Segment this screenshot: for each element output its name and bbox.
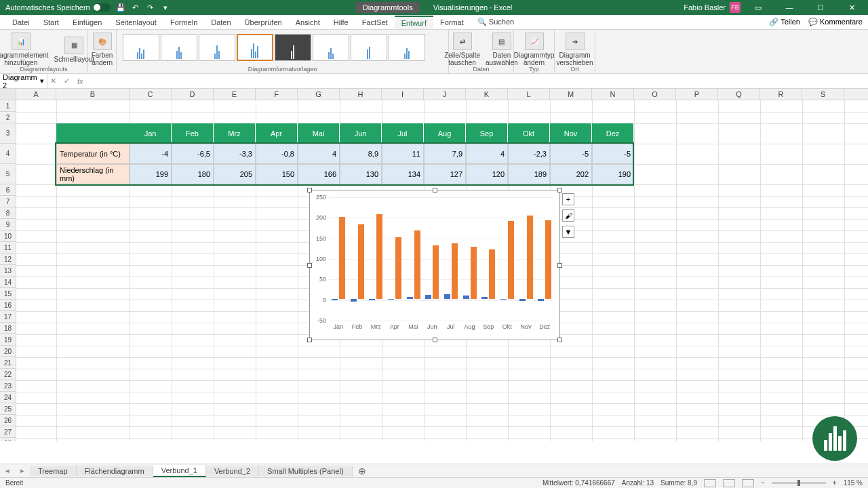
view-normal-button[interactable] <box>704 479 716 487</box>
col-header[interactable]: E <box>214 89 256 100</box>
table-header-cell[interactable]: Okt <box>508 123 550 144</box>
table-cell[interactable]: -5 <box>592 144 634 164</box>
resize-handle[interactable] <box>557 263 562 268</box>
table-header-cell[interactable]: Sep <box>466 123 508 144</box>
user-avatar[interactable]: FB <box>730 2 741 13</box>
table-cell[interactable]: -6,5 <box>172 144 214 164</box>
table-cell[interactable]: 120 <box>466 164 508 184</box>
col-header[interactable]: H <box>340 89 382 100</box>
zoom-level[interactable]: 115 % <box>844 479 863 487</box>
table-cell[interactable]: 189 <box>508 164 550 184</box>
row-header[interactable]: 25 <box>0 403 16 415</box>
table-cell[interactable]: 7,9 <box>424 144 466 164</box>
sheet-nav-prev[interactable]: ◂ <box>0 466 15 475</box>
chart-bar[interactable] <box>452 243 458 298</box>
row-header[interactable]: 1 <box>0 100 16 112</box>
row-header[interactable]: 3 <box>0 123 16 144</box>
row-header[interactable]: 20 <box>0 346 16 357</box>
table-header-cell[interactable]: Apr <box>256 123 298 144</box>
table-cell[interactable]: 199 <box>130 164 172 184</box>
chart-bar[interactable] <box>407 297 413 298</box>
ribbon-options-icon[interactable]: ▭ <box>745 0 772 15</box>
table-cell[interactable]: 4 <box>466 144 508 164</box>
chart-style-thumb[interactable] <box>123 34 159 61</box>
col-header[interactable]: O <box>634 89 676 100</box>
minimize-button[interactable]: — <box>776 0 803 15</box>
chart-bar[interactable] <box>414 230 420 299</box>
chart-style-thumb[interactable] <box>275 34 311 61</box>
table-cell[interactable]: 4 <box>298 144 340 164</box>
row-header[interactable]: 5 <box>0 164 16 184</box>
table-cell[interactable]: 134 <box>382 164 424 184</box>
chart-bar[interactable] <box>519 299 526 301</box>
sheet-tab[interactable]: Verbund_1 <box>153 465 206 477</box>
chart-bar[interactable] <box>369 299 375 300</box>
table-header-cell[interactable]: Aug <box>424 123 466 144</box>
table-header-cell[interactable]: Jan <box>130 123 172 144</box>
col-header[interactable]: L <box>508 89 550 100</box>
table-cell[interactable]: -2,3 <box>508 144 550 164</box>
col-header[interactable]: J <box>424 89 466 100</box>
zoom-slider[interactable] <box>772 482 826 484</box>
table-cell[interactable]: 150 <box>256 164 298 184</box>
row-header[interactable]: 24 <box>0 392 16 403</box>
col-header[interactable]: M <box>550 89 592 100</box>
view-pagelayout-button[interactable] <box>723 479 735 487</box>
chart-bar[interactable] <box>332 299 338 300</box>
chart-bar[interactable] <box>433 245 439 299</box>
tab-einfuegen[interactable]: Einfügen <box>66 16 108 28</box>
resize-handle[interactable] <box>433 188 437 192</box>
row-header[interactable]: 8 <box>0 207 16 219</box>
row-header[interactable]: 9 <box>0 219 16 230</box>
row-header[interactable]: 14 <box>0 277 16 288</box>
table-cell[interactable]: 8,9 <box>340 144 382 164</box>
row-header[interactable]: 22 <box>0 369 16 380</box>
name-box[interactable]: Diagramm 2▾ <box>0 73 47 89</box>
table-cell[interactable]: 11 <box>382 144 424 164</box>
autosave-toggle[interactable]: Automatisches Speichern <box>5 3 111 12</box>
comments-button[interactable]: 💬 Kommentare <box>808 18 863 26</box>
chart-bar[interactable] <box>351 299 357 302</box>
sheet-nav-next[interactable]: ▸ <box>15 466 30 475</box>
table-row-label[interactable]: Niederschlag (in mm) <box>56 164 130 184</box>
resize-handle[interactable] <box>307 263 312 268</box>
chart-style-thumb[interactable] <box>237 34 273 61</box>
table-header-cell[interactable]: Feb <box>172 123 214 144</box>
chart-bar[interactable] <box>395 237 401 299</box>
table-cell[interactable]: 127 <box>424 164 466 184</box>
close-button[interactable]: ✕ <box>838 0 865 15</box>
col-header[interactable]: K <box>466 89 508 100</box>
col-header[interactable]: B <box>56 89 130 100</box>
resize-handle[interactable] <box>433 338 437 342</box>
chart-style-thumb[interactable] <box>161 34 197 61</box>
toggle-off-icon[interactable] <box>93 3 111 12</box>
tab-format[interactable]: Format <box>433 16 471 28</box>
chart-bar[interactable] <box>463 296 469 299</box>
row-header[interactable]: 10 <box>0 230 16 242</box>
tab-suchen[interactable]: 🔍 Suchen <box>471 16 521 28</box>
table-header-cell[interactable]: Mrz <box>214 123 256 144</box>
undo-icon[interactable]: ↶ <box>131 3 140 12</box>
data-table[interactable]: JanFebMrzAprMaiJunJulAugSepOktNovDez Tem… <box>56 123 634 184</box>
sheet-tab[interactable]: Treemap <box>30 466 77 476</box>
table-cell[interactable]: 190 <box>592 164 634 184</box>
table-cell[interactable]: 202 <box>550 164 592 184</box>
tab-ansicht[interactable]: Ansicht <box>289 16 327 28</box>
tab-start[interactable]: Start <box>37 16 66 28</box>
col-header[interactable]: I <box>382 89 424 100</box>
chart-bar[interactable] <box>471 247 477 299</box>
resize-handle[interactable] <box>557 188 562 192</box>
view-pagebreak-button[interactable] <box>742 479 754 487</box>
cancel-icon[interactable]: ✕ <box>50 77 60 85</box>
sheet-tab[interactable]: Small Multiples (Panel) <box>259 466 352 476</box>
table-header-cell[interactable]: Nov <box>550 123 592 144</box>
add-sheet-button[interactable]: ⊕ <box>353 466 372 476</box>
maximize-button[interactable]: ☐ <box>807 0 834 15</box>
zoom-out-button[interactable]: − <box>761 479 765 487</box>
row-header[interactable]: 18 <box>0 323 16 334</box>
row-header[interactable]: 13 <box>0 265 16 277</box>
row-header[interactable]: 19 <box>0 334 16 346</box>
chevron-down-icon[interactable]: ▾ <box>40 77 44 85</box>
col-header[interactable]: P <box>676 89 718 100</box>
row-header[interactable]: 21 <box>0 357 16 369</box>
